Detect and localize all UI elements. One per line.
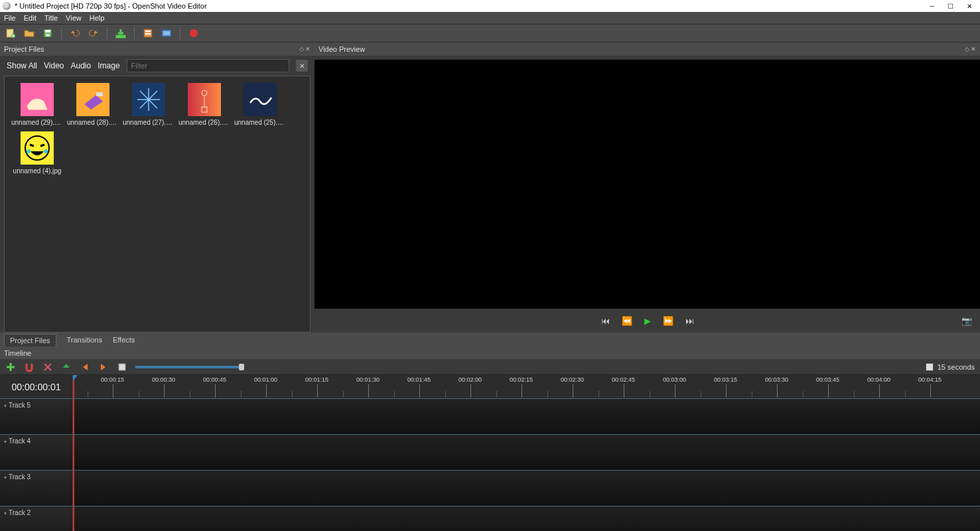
track-header[interactable]: Track 2: [0, 506, 73, 531]
track-header[interactable]: Track 3: [0, 471, 73, 506]
ruler-tick-label: 00:04:00: [867, 376, 890, 383]
svg-rect-9: [163, 31, 170, 35]
save-project-icon[interactable]: [42, 28, 53, 38]
open-project-icon[interactable]: [24, 28, 35, 38]
timeline-track[interactable]: Track 3: [0, 471, 980, 506]
svg-rect-28: [119, 364, 125, 370]
video-preview-title: Video Preview: [318, 45, 365, 53]
project-file-item[interactable]: unnamed (27).p...: [123, 83, 175, 126]
file-thumbnail-icon: [21, 83, 54, 116]
add-track-icon[interactable]: [5, 362, 16, 372]
timeline-track[interactable]: Track 4: [0, 435, 980, 471]
file-thumbnail-icon: [188, 83, 221, 116]
prev-marker-icon[interactable]: [80, 362, 90, 372]
fullscreen-icon[interactable]: [161, 28, 172, 38]
timeline-track[interactable]: Track 2: [0, 506, 980, 531]
svg-rect-3: [45, 30, 50, 33]
project-file-item[interactable]: unnamed (28).p...: [67, 83, 119, 126]
jump-end-icon[interactable]: ⏭: [685, 316, 694, 326]
clear-filter-icon[interactable]: ✕: [296, 60, 308, 72]
file-name-label: unnamed (26).p...: [178, 119, 230, 126]
timeline-toolbar: 15 seconds: [0, 359, 980, 375]
track-lane[interactable]: [73, 435, 980, 470]
timecode-display[interactable]: 00:00:00:01: [0, 375, 73, 398]
filter-audio[interactable]: Audio: [71, 61, 92, 70]
project-file-item[interactable]: unnamed (4).jpg: [11, 131, 63, 175]
razor-icon[interactable]: [42, 362, 53, 372]
track-header[interactable]: Track 5: [0, 399, 73, 434]
import-files-icon[interactable]: [115, 28, 126, 38]
ruler-tick-label: 00:02:00: [458, 376, 482, 383]
menu-edit[interactable]: Edit: [24, 14, 36, 22]
title-bar: * Untitled Project [HD 720p 30 fps] - Op…: [0, 0, 980, 12]
new-project-icon[interactable]: [5, 28, 16, 38]
tab-project-files[interactable]: Project Files: [4, 334, 56, 346]
snap-icon[interactable]: [24, 362, 35, 372]
ruler-tick-label: 00:01:15: [305, 376, 328, 383]
video-preview-canvas[interactable]: [315, 60, 980, 309]
snapshot-icon[interactable]: 📷: [961, 316, 972, 326]
project-file-item[interactable]: unnamed (26).p...: [178, 83, 230, 126]
ruler-tick-label: 00:00:15: [101, 376, 124, 383]
file-thumbnail-icon: [244, 83, 277, 116]
track-header[interactable]: Track 4: [0, 435, 73, 470]
panel-tabs: Project Files Transitions Effects: [0, 333, 980, 347]
menu-help[interactable]: Help: [90, 14, 105, 22]
svg-rect-6: [145, 31, 151, 32]
file-name-label: unnamed (25).p...: [234, 119, 286, 126]
filter-image[interactable]: Image: [98, 61, 119, 70]
jump-start-icon[interactable]: ⏮: [601, 316, 610, 326]
play-icon[interactable]: ▶: [644, 316, 651, 326]
close-panel-icon[interactable]: ✕: [971, 46, 976, 52]
ruler-tick-label: 00:03:45: [816, 376, 839, 383]
ruler-tick-label: 00:00:45: [203, 376, 226, 383]
filter-video[interactable]: Video: [44, 61, 64, 70]
menu-file[interactable]: File: [4, 14, 16, 22]
maximize-button[interactable]: ☐: [947, 3, 953, 10]
rewind-icon[interactable]: ⏪: [622, 316, 632, 326]
timeline-tracks[interactable]: Track 5Track 4Track 3Track 2: [0, 399, 980, 531]
track-lane[interactable]: [73, 471, 980, 506]
timeline-ruler[interactable]: 00:00:1500:00:3000:00:4500:01:0000:01:15…: [73, 375, 980, 398]
project-file-item[interactable]: unnamed (29).p...: [11, 83, 63, 126]
menu-title[interactable]: Title: [44, 14, 58, 22]
track-lane[interactable]: [73, 399, 980, 434]
export-video-icon[interactable]: [188, 28, 199, 38]
tab-effects[interactable]: Effects: [113, 336, 135, 344]
undo-icon[interactable]: [70, 28, 80, 38]
ruler-tick-label: 00:01:30: [356, 376, 380, 383]
project-files-grid[interactable]: unnamed (29).p... unnamed (28).p... unna…: [4, 76, 311, 333]
menu-view[interactable]: View: [66, 14, 82, 22]
timeline-track[interactable]: Track 5: [0, 399, 980, 435]
close-button[interactable]: ✕: [967, 3, 972, 10]
undock-icon[interactable]: ◇: [965, 46, 969, 52]
redo-icon[interactable]: [88, 28, 99, 38]
close-panel-icon[interactable]: ✕: [305, 46, 311, 52]
playhead[interactable]: [73, 375, 74, 398]
svg-rect-7: [145, 33, 151, 35]
file-thumbnail-icon: [76, 83, 109, 116]
center-playhead-icon[interactable]: [117, 362, 127, 372]
tab-transitions[interactable]: Transitions: [67, 336, 102, 344]
svg-rect-4: [46, 34, 50, 37]
track-lane[interactable]: [73, 506, 980, 531]
filter-show-all[interactable]: Show All: [7, 61, 37, 70]
timeline-title: Timeline: [4, 349, 31, 357]
filter-input[interactable]: [127, 59, 289, 72]
profiles-icon[interactable]: [143, 28, 153, 38]
svg-point-25: [25, 136, 49, 160]
marker-icon[interactable]: [61, 362, 72, 372]
minimize-button[interactable]: ─: [930, 3, 934, 10]
zoom-slider[interactable]: [135, 366, 242, 368]
file-name-label: unnamed (4).jpg: [11, 167, 63, 175]
zoom-checkbox[interactable]: [926, 363, 934, 371]
app-logo-icon: [3, 2, 11, 10]
project-files-title: Project Files: [4, 45, 44, 53]
svg-point-10: [190, 29, 198, 37]
file-thumbnail-icon: [21, 131, 54, 165]
undock-icon[interactable]: ◇: [299, 46, 304, 52]
project-file-item[interactable]: unnamed (25).p...: [234, 83, 286, 126]
next-marker-icon[interactable]: [98, 362, 109, 372]
fast-forward-icon[interactable]: ⏩: [663, 316, 673, 326]
ruler-tick-label: 00:02:30: [561, 376, 584, 383]
